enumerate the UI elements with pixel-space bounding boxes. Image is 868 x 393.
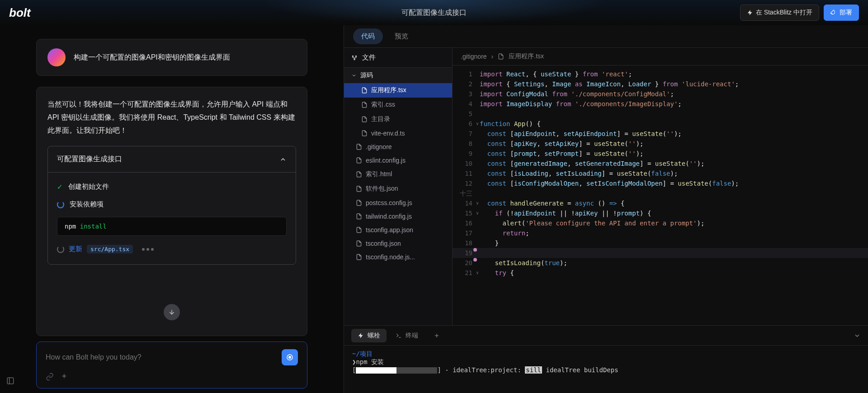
user-message: 构建一个可配置的图像API和密钥的图像生成界面 (36, 39, 307, 76)
folder-src[interactable]: 源码 (344, 68, 452, 83)
deploy-label: 部署 (840, 9, 852, 17)
breadcrumb: .gitignore › 应用程序.tsx (453, 48, 868, 66)
open-label: 在 StackBlitz 中打开 (756, 9, 812, 17)
chevron-down-icon[interactable] (854, 332, 861, 339)
cmd-prefix: npm (65, 223, 80, 230)
file-tsconfig.app.json[interactable]: tsconfig.app.json (344, 223, 452, 237)
code-line: 15∨ if (!apiEndpoint || !apiKey || !prom… (453, 208, 868, 218)
open-stackblitz-button[interactable]: 在 StackBlitz 中打开 (740, 5, 819, 21)
scroll-down-button[interactable] (164, 304, 180, 320)
chat-input[interactable] (46, 353, 282, 361)
terminal-icon (396, 332, 402, 339)
code-line: 3import ConfigModal from './components/C… (453, 89, 868, 99)
add-terminal-button[interactable] (427, 330, 446, 342)
plus-icon (434, 332, 440, 339)
header: bolt 可配置图像生成接口 在 StackBlitz 中打开 部署 (0, 0, 868, 25)
code-line: 十三 (453, 188, 868, 198)
file-tsconfig.json[interactable]: tsconfig.json (344, 237, 452, 250)
main: 构建一个可配置的图像API和密钥的图像生成界面 当然可以！我将创建一个可配置的图… (0, 25, 868, 393)
code-line: 17 return; (453, 228, 868, 238)
terminal-panel: 螺栓 终端 ~/项目 ❯npm 安装 [] - idealTree:projec… (344, 325, 868, 393)
task-title: 可配置图像生成接口 (57, 154, 122, 164)
code-line: 5 (453, 109, 868, 119)
terminal-output[interactable]: ~/项目 ❯npm 安装 [] - idealTree:project: sil… (344, 346, 868, 393)
tab-preview[interactable]: 预览 (387, 28, 416, 44)
term-cmd: ❯npm 安装 (352, 358, 860, 366)
sidebar-toggle[interactable] (6, 377, 14, 387)
code-line: 18 } (453, 238, 868, 248)
file-eslint.config.js[interactable]: eslint.config.js (344, 154, 452, 167)
file-tailwind.config.js[interactable]: tailwind.config.js (344, 210, 452, 223)
task-card: 可配置图像生成接口 ✓ 创建初始文件 安装依赖项 npm install (47, 146, 296, 265)
update-file-chip[interactable]: src/App.tsx (87, 245, 133, 253)
code-line: 4import ImageDisplay from './components/… (453, 99, 868, 109)
code-line: 9 const [prompt, setPrompt] = useState('… (453, 149, 868, 159)
chat-panel: 构建一个可配置的图像API和密钥的图像生成界面 当然可以！我将创建一个可配置的图… (0, 25, 344, 393)
update-label[interactable]: 更新 (69, 245, 82, 253)
page-title: 可配置图像生成接口 (401, 8, 467, 18)
file-tree: 文件 源码 应用程序.tsx索引.css主目录vite-env.d.ts .gi… (344, 48, 453, 325)
arrow-down-icon (168, 309, 175, 316)
task-step-1: ✓ 创建初始文件 (48, 178, 296, 196)
user-prompt-text: 构建一个可配置的图像API和密钥的图像生成界面 (74, 53, 230, 62)
file-tree-header: 文件 (344, 48, 452, 68)
chevron-up-icon (279, 156, 287, 163)
sparkle-icon[interactable] (60, 373, 68, 381)
file-索引.css[interactable]: 索引.css (344, 98, 452, 112)
tree-icon (351, 55, 358, 61)
editor-area: 文件 源码 应用程序.tsx索引.css主目录vite-env.d.ts .gi… (344, 48, 868, 325)
input-tools (40, 369, 303, 384)
bolt-icon (747, 9, 753, 16)
file-tsconfig.node.js...[interactable]: tsconfig.node.js... (344, 250, 452, 264)
file-vite-env.d.ts[interactable]: vite-env.d.ts (344, 126, 452, 140)
svg-point-2 (289, 356, 291, 359)
cmd-text: install (80, 223, 107, 230)
code-line: 10 const [generatedImage, setGeneratedIm… (453, 159, 868, 168)
step1-label: 创建初始文件 (68, 182, 109, 191)
target-icon (286, 353, 294, 361)
task-items: ✓ 创建初始文件 安装依赖项 npm install 更新 src/App.ts… (48, 173, 296, 264)
file-应用程序.tsx[interactable]: 应用程序.tsx (344, 83, 452, 98)
link-icon[interactable] (46, 373, 54, 381)
code-line: 6∨function App() { (453, 119, 868, 129)
file-索引.html[interactable]: 索引.html (344, 167, 452, 182)
code-line: 2import { Settings, Image as ImageIcon, … (453, 79, 868, 89)
send-button[interactable] (282, 349, 298, 365)
rocket-icon (830, 9, 837, 16)
term-path: ~/项目 (352, 350, 860, 358)
code-line: 1import React, { useState } from 'react'… (453, 69, 868, 79)
terminal-tab-terminal[interactable]: 终端 (389, 329, 425, 342)
svg-point-5 (352, 56, 353, 56)
file-主目录[interactable]: 主目录 (344, 112, 452, 126)
bolt-icon (358, 332, 364, 339)
crumb-2[interactable]: 应用程序.tsx (509, 52, 544, 61)
code-pane: .gitignore › 应用程序.tsx 1import React, { u… (453, 48, 868, 325)
view-tabs: 代码 预览 (344, 25, 868, 48)
spinner-icon (57, 246, 64, 253)
chat-input-area (36, 342, 307, 388)
editor-panel: 代码 预览 文件 源码 应用程序.tsx索引.css主目录vite-env.d.… (344, 25, 868, 393)
update-row: 更新 src/App.tsx (48, 239, 296, 259)
svg-point-7 (354, 59, 355, 60)
svg-rect-3 (7, 378, 14, 384)
code-line: 20 setIsLoading(true); (453, 258, 868, 268)
avatar (47, 48, 66, 66)
svg-point-6 (355, 56, 356, 56)
code-editor[interactable]: 1import React, { useState } from 'react'… (453, 66, 868, 325)
crumb-1[interactable]: .gitignore (461, 53, 487, 60)
spinner-icon (57, 201, 64, 208)
logo[interactable]: bolt (9, 6, 31, 20)
task-header[interactable]: 可配置图像生成接口 (48, 146, 296, 173)
file-软件包.json[interactable]: 软件包.json (344, 182, 452, 196)
check-icon: ✓ (57, 183, 63, 191)
terminal-tab-bolt[interactable]: 螺栓 (351, 329, 387, 342)
files-label: 文件 (362, 53, 376, 62)
deploy-button[interactable]: 部署 (824, 5, 859, 21)
file-postcss.config.js[interactable]: postcss.config.js (344, 196, 452, 210)
panel-icon (6, 377, 14, 385)
file-.gitignore[interactable]: .gitignore (344, 140, 452, 154)
tab-code[interactable]: 代码 (353, 28, 383, 44)
code-line: 19 (453, 248, 868, 258)
header-actions: 在 StackBlitz 中打开 部署 (740, 5, 859, 21)
command-box: npm install (57, 217, 287, 236)
